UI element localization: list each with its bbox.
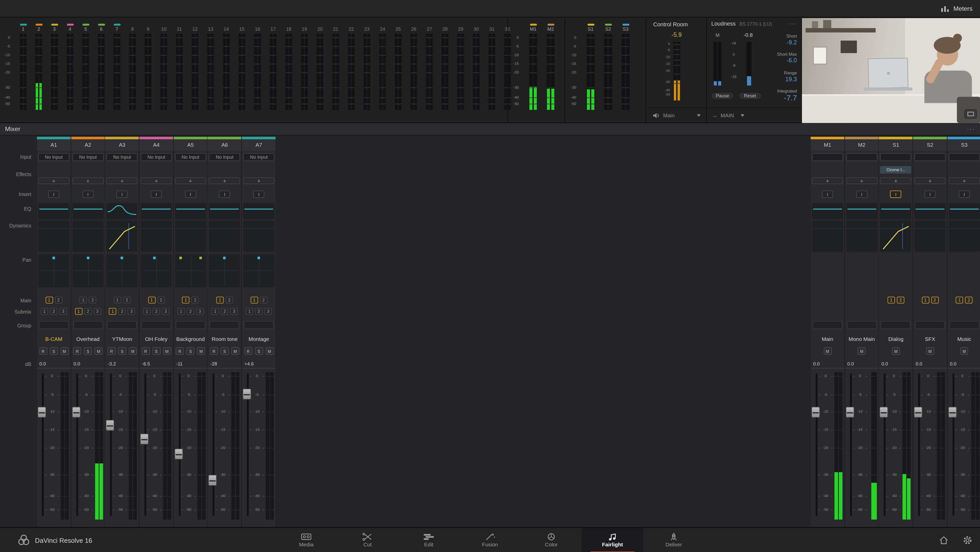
add-effect-button[interactable]: + — [175, 178, 206, 184]
record-arm-button[interactable]: R — [176, 347, 184, 355]
input-selector[interactable] — [880, 153, 912, 161]
dynamics-thumbnail[interactable] — [915, 220, 946, 252]
mixer-strip-A7[interactable]: A7No Input+I12123MontageRSM+4.60-5-10-15… — [242, 136, 276, 527]
mixer-strip-M2[interactable]: M2+IMono MainM0.00-5-10-15-20-30-40-50 — [845, 136, 878, 527]
pan-thumbnail[interactable] — [175, 254, 206, 287]
meters-panel-toggle[interactable]: Meters — [941, 5, 973, 12]
dynamics-thumbnail[interactable] — [880, 220, 912, 252]
track-name[interactable]: Background — [173, 335, 207, 343]
main-assign-button-1[interactable]: 1 — [956, 297, 963, 304]
fader-handle[interactable] — [811, 407, 820, 418]
dynamics-thumbnail[interactable] — [175, 220, 206, 252]
page-tab-cut[interactable]: Cut — [337, 528, 398, 552]
submix-assign-button-3[interactable]: 3 — [59, 308, 67, 315]
dynamics-thumbnail[interactable] — [141, 220, 172, 252]
pan-thumbnail[interactable] — [38, 254, 69, 287]
eq-thumbnail[interactable] — [175, 203, 206, 219]
main-assign-button-2[interactable]: 2 — [89, 297, 96, 304]
fader-handle[interactable] — [72, 407, 80, 418]
add-effect-button[interactable]: + — [209, 178, 240, 184]
input-selector[interactable] — [948, 153, 980, 161]
mute-button[interactable]: M — [60, 347, 68, 355]
track-name[interactable]: Overhead — [71, 335, 105, 343]
input-selector[interactable]: No Input — [141, 153, 172, 161]
track-name[interactable]: YTMoon — [105, 335, 139, 343]
group-field[interactable] — [244, 321, 274, 329]
fader-track[interactable] — [952, 373, 954, 516]
insert-button[interactable]: I — [959, 190, 970, 198]
submix-assign-button-2[interactable]: 2 — [153, 308, 160, 315]
fader-handle[interactable] — [948, 407, 957, 418]
strip-header[interactable]: A1 — [37, 137, 71, 151]
insert-button[interactable]: I — [151, 190, 162, 198]
mute-button[interactable]: M — [824, 347, 832, 355]
mixer-strip-A5[interactable]: A5No Input+I12123BackgroundRSM-110-5-10-… — [173, 136, 207, 527]
effect-item[interactable]: Ozone I... — [880, 166, 912, 173]
input-selector[interactable]: No Input — [107, 153, 138, 161]
group-field[interactable] — [210, 321, 240, 329]
main-assign-button-2[interactable]: 2 — [157, 297, 165, 304]
fader-handle[interactable] — [845, 407, 854, 418]
pan-thumbnail[interactable] — [243, 254, 274, 287]
submix-assign-button-3[interactable]: 3 — [264, 308, 272, 315]
input-selector[interactable]: No Input — [38, 153, 69, 161]
page-tab-fairlight[interactable]: Fairlight — [582, 528, 643, 552]
strip-header[interactable]: A6 — [208, 137, 242, 151]
mute-button[interactable]: M — [892, 347, 900, 355]
group-field[interactable] — [175, 321, 205, 329]
solo-button[interactable]: S — [49, 347, 58, 355]
add-effect-button[interactable]: + — [107, 178, 138, 184]
fader-handle[interactable] — [140, 433, 149, 445]
insert-button[interactable]: I — [185, 190, 196, 198]
main-assign-button-2[interactable]: 2 — [965, 297, 973, 304]
main-assign-button-2[interactable]: 2 — [226, 297, 233, 304]
mute-button[interactable]: M — [94, 347, 103, 355]
submix-assign-button-2[interactable]: 2 — [255, 308, 262, 315]
insert-button[interactable]: I — [890, 190, 902, 198]
mixer-strip-A3[interactable]: A3No Input+I12123YTMoonRSM-3.20-5-10-15-… — [105, 136, 139, 527]
add-effect-button[interactable]: + — [812, 178, 843, 184]
track-name[interactable]: B-CAM — [37, 335, 71, 343]
group-field[interactable] — [881, 321, 911, 329]
input-selector[interactable] — [846, 153, 877, 161]
group-field[interactable] — [73, 321, 103, 329]
fader-handle[interactable] — [880, 407, 888, 418]
eq-thumbnail[interactable] — [812, 203, 843, 219]
mute-button[interactable]: M — [266, 347, 274, 355]
submix-assign-button-2[interactable]: 2 — [118, 308, 126, 315]
submix-assign-button-3[interactable]: 3 — [230, 308, 238, 315]
eq-thumbnail[interactable] — [72, 203, 103, 219]
insert-button[interactable]: I — [219, 190, 230, 198]
mute-button[interactable]: M — [926, 347, 934, 355]
main-assign-button-1[interactable]: 1 — [182, 297, 189, 304]
main-assign-button-2[interactable]: 2 — [123, 297, 130, 304]
fader-track[interactable] — [918, 373, 920, 516]
submix-assign-button-2[interactable]: 2 — [84, 308, 92, 315]
strip-header[interactable]: A5 — [173, 137, 207, 151]
strip-header[interactable]: M1 — [811, 137, 845, 151]
expand-viewer-button[interactable] — [964, 109, 977, 119]
eq-thumbnail[interactable] — [243, 203, 274, 219]
mixer-strip-A2[interactable]: A2No Input+I12123OverheadRSM0.00-5-10-15… — [71, 136, 105, 527]
input-selector[interactable] — [915, 153, 946, 161]
insert-button[interactable]: I — [924, 190, 936, 198]
fader-handle[interactable] — [208, 474, 217, 486]
mixer-strip-S2[interactable]: S2+I12SFXM0.00-5-10-15-20-30-40-50 — [913, 136, 947, 527]
settings-gear-icon[interactable] — [963, 535, 973, 545]
track-name[interactable]: Room tone — [208, 335, 242, 343]
fader-handle[interactable] — [243, 389, 251, 400]
main-assign-button-2[interactable]: 2 — [260, 297, 267, 304]
group-field[interactable] — [949, 321, 979, 329]
record-arm-button[interactable]: R — [142, 347, 150, 355]
mixer-strip-A1[interactable]: A1No Input+I12123B-CAMRSM0.00-5-10-15-20… — [37, 136, 71, 527]
eq-thumbnail[interactable] — [107, 203, 138, 219]
mixer-strip-S3[interactable]: S3+I12MusicM0.00-5-10-15-20-30-40-50 — [947, 136, 980, 527]
mixer-strip-A4[interactable]: A4No Input+I12123OH FoleyRSM-6.50-5-10-1… — [139, 136, 173, 527]
eq-thumbnail[interactable] — [209, 203, 240, 219]
fader-handle[interactable] — [38, 407, 46, 418]
fader-track[interactable] — [178, 373, 180, 516]
record-arm-button[interactable]: R — [244, 347, 252, 355]
eq-thumbnail[interactable] — [141, 203, 172, 219]
loudness-options-button[interactable]: ··· — [789, 21, 796, 27]
dynamics-thumbnail[interactable] — [107, 220, 138, 252]
